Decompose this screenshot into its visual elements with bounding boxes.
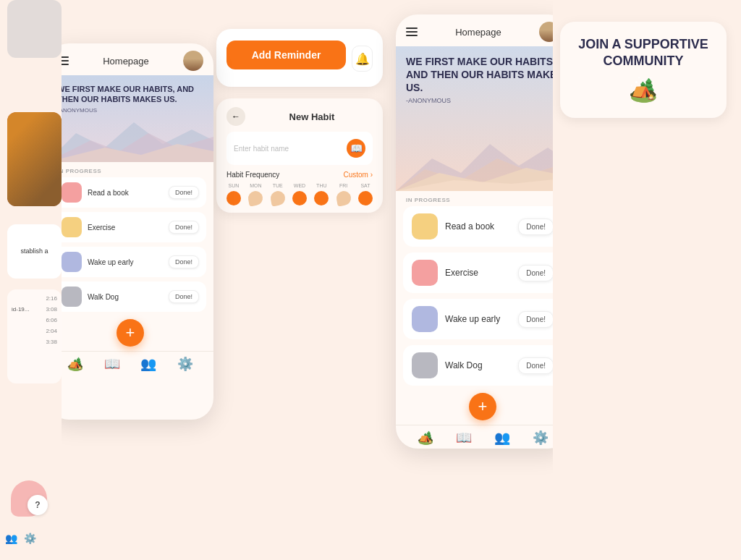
phone2-title: Homepage (455, 27, 501, 38)
hero-text: WE FIRST MAKE OUR HABITS, AND THEN OUR H… (62, 84, 213, 114)
list-time2: 3:08 (46, 306, 57, 313)
list-item: 2:16 (12, 295, 57, 302)
avatar (183, 51, 203, 71)
habit-color (62, 252, 82, 272)
day-circle-thu (314, 191, 329, 205)
hamburger-icon[interactable] (62, 56, 69, 65)
bell-icon: 🔔 (355, 52, 370, 66)
phone1-header: Homepage (62, 43, 213, 75)
done-button[interactable]: Done! (518, 357, 553, 374)
habit-input-row: Enter habit name 📖 (226, 132, 373, 165)
day-wed[interactable]: WED (292, 183, 307, 205)
habit-item: Wake up early Done! (403, 299, 553, 339)
day-circle-sun (226, 191, 241, 205)
add-habit-fab2[interactable]: + (469, 393, 496, 420)
hero-text2: WE FIRST MAKE OUR HABITS, AND THEN OUR H… (406, 55, 553, 104)
day-circle-mon (247, 190, 264, 206)
done-button[interactable]: Done! (169, 290, 199, 303)
day-mon[interactable]: MON (248, 183, 263, 205)
nav-settings2[interactable]: ⚙️ (533, 430, 549, 446)
nav-group[interactable]: 👥 (140, 356, 156, 372)
habit-item: Exercise Done! (403, 253, 553, 293)
community-title: JOIN A SUPPORTIVE COMMUNITY (572, 36, 715, 70)
back-button[interactable]: ← (226, 107, 245, 126)
habit-name: Read a book (88, 189, 163, 197)
day-circle-wed (292, 191, 307, 205)
done-button[interactable]: Done! (169, 221, 199, 234)
habit-list2: Read a book Done! Exercise Done! Wake up… (396, 206, 553, 386)
habit-color (62, 182, 82, 203)
habit-item: Exercise Done! (62, 212, 206, 242)
new-habit-card: ← New Habit Enter habit name 📖 Habit Fre… (216, 98, 383, 213)
list-item: 6:06 (12, 317, 57, 323)
nav-settings[interactable]: ⚙️ (177, 356, 193, 372)
day-thu[interactable]: THU (314, 183, 329, 205)
day-tue[interactable]: TUE (271, 183, 285, 205)
hero-author: -ANONYMOUS (62, 107, 213, 114)
back-arrow-icon: ← (232, 111, 240, 122)
habit-name: Read a book (445, 221, 511, 232)
habit-item: Walk Dog Done! (62, 281, 206, 312)
day-sat[interactable]: SAT (358, 183, 373, 205)
left-strip: stablish a 2:16 id-19... 3:08 6:06 2:04 … (0, 0, 62, 560)
day-label-fri: FRI (339, 183, 347, 188)
phone1: Homepage WE FIRST MAKE OUR HABITS, AND T… (62, 43, 213, 420)
freq-custom[interactable]: Custom › (343, 171, 373, 179)
day-fri[interactable]: FRI (336, 183, 351, 205)
nav-book[interactable]: 📖 (104, 356, 120, 372)
phone1-title: Homepage (103, 56, 149, 67)
gear-icon[interactable]: ⚙️ (22, 531, 37, 546)
done-button[interactable]: Done! (518, 311, 553, 328)
day-sun[interactable]: SUN (226, 183, 241, 205)
day-label-thu: THU (316, 183, 326, 188)
habit-name: Walk Dog (445, 360, 511, 370)
reminder-row: Add Reminder 🔔 (226, 41, 373, 77)
nav-home2[interactable]: 🏕️ (418, 430, 433, 446)
group-icon[interactable]: 👥 (4, 531, 18, 546)
habit-color (412, 306, 438, 332)
done-button[interactable]: Done! (169, 186, 199, 199)
phone1-hero: WE FIRST MAKE OUR HABITS, AND THEN OUR H… (62, 75, 213, 162)
nav-book2[interactable]: 📖 (456, 430, 472, 446)
left-bottom-nav: 👥 ⚙️ (4, 531, 37, 546)
habit-name: Exercise (445, 268, 511, 278)
bottom-nav: 🏕️ 📖 👥 ⚙️ (62, 351, 213, 378)
fab-container: + (62, 312, 213, 351)
list-time5: 3:38 (46, 339, 57, 345)
app-container: stablish a 2:16 id-19... 3:08 6:06 2:04 … (0, 0, 741, 560)
freq-value: Custom (343, 171, 368, 179)
habit-item: Read a book Done! (62, 177, 206, 208)
habit-color (412, 260, 438, 286)
day-label-sat: SAT (360, 183, 370, 188)
right-strip: JOIN A SUPPORTIVE COMMUNITY 🏕️ (553, 0, 741, 560)
day-circle-fri (335, 190, 352, 206)
between-cards: Add Reminder 🔔 ← New Habit Enter habit n… (216, 22, 390, 213)
hamburger-icon2[interactable] (406, 27, 418, 36)
add-reminder-button[interactable]: Add Reminder (226, 41, 346, 69)
hero-quote2: WE FIRST MAKE OUR HABITS, AND THEN OUR H… (406, 55, 553, 95)
list-card: 2:16 id-19... 3:08 6:06 2:04 3:38 (7, 289, 62, 383)
list-item: id-19... 3:08 (12, 306, 57, 313)
habit-item: Wake up early Done! (62, 247, 206, 277)
list-time: 2:16 (46, 295, 57, 302)
habit-list: Read a book Done! Exercise Done! Wake up… (62, 177, 213, 312)
list-item: 2:04 (12, 328, 57, 334)
habit-color (62, 217, 82, 237)
nav-group2[interactable]: 👥 (494, 430, 510, 446)
hero-author2: -ANONYMOUS (406, 97, 553, 104)
question-badge[interactable]: ? (27, 495, 48, 515)
habit-name: Wake up early (88, 258, 163, 266)
list-time3: 6:06 (46, 317, 57, 323)
habit-name: Walk Dog (88, 293, 163, 301)
done-button[interactable]: Done! (518, 219, 553, 235)
gray-card (7, 0, 62, 58)
phone2-header: Homepage (396, 14, 553, 46)
nav-home[interactable]: 🏕️ (67, 356, 83, 372)
add-habit-fab[interactable]: + (117, 319, 144, 347)
reminder-card: Add Reminder 🔔 (216, 29, 383, 87)
habit-color (412, 213, 438, 239)
fab-container2: + (396, 386, 553, 425)
reminder-icon-button[interactable]: 🔔 (352, 46, 373, 72)
done-button[interactable]: Done! (169, 255, 199, 268)
done-button[interactable]: Done! (518, 265, 553, 281)
